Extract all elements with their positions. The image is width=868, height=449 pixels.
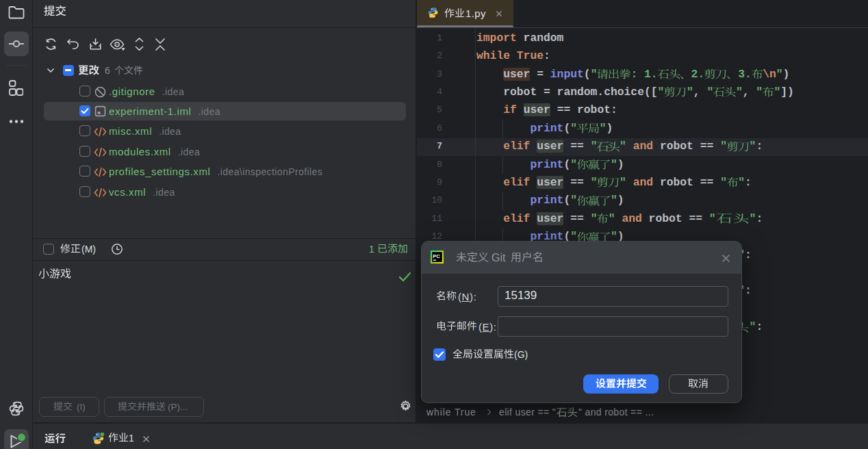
svg-text:PC: PC <box>433 253 440 259</box>
